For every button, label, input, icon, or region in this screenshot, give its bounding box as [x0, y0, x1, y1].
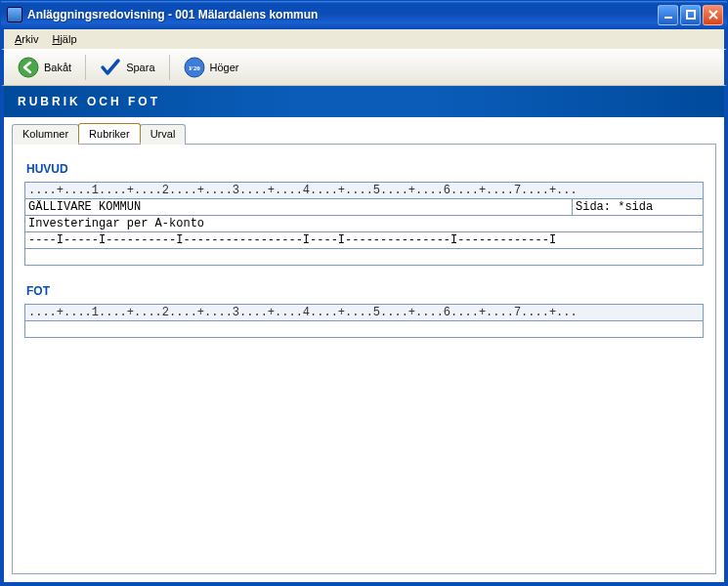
banner-title: RUBRIK OCH FOT — [18, 95, 160, 108]
back-icon — [18, 57, 39, 78]
next-label: Höger — [210, 62, 239, 73]
huvud-row-0-right[interactable] — [572, 198, 704, 216]
tab-rubriker[interactable]: Rubriker — [78, 123, 141, 144]
menubar: Arkiv Hjälp — [1, 29, 727, 49]
menu-arkiv[interactable]: Arkiv — [8, 31, 45, 47]
app-window: Anläggningsredovisning - 001 Mälardalens… — [0, 0, 728, 586]
window-title: Anläggningsredovisning - 001 Mälardalens… — [27, 8, 658, 21]
window-controls — [658, 5, 723, 25]
f20-icon: F20 — [184, 57, 205, 78]
svg-rect-1 — [687, 11, 695, 19]
next-button[interactable]: F20 Höger — [176, 54, 247, 81]
checkmark-icon — [100, 57, 121, 78]
toolbar-separator — [169, 55, 170, 80]
menu-hjalp[interactable]: Hjälp — [45, 31, 83, 47]
huvud-ruler: ....+....1....+....2....+....3....+....4… — [24, 182, 704, 199]
back-button[interactable]: Bakåt — [10, 54, 79, 81]
tab-strip: Kolumner Rubriker Urval — [4, 117, 724, 144]
fot-row-0[interactable] — [24, 320, 704, 338]
minimize-icon — [663, 9, 674, 21]
huvud-title: HUVUD — [26, 162, 704, 176]
app-icon — [7, 7, 22, 22]
titlebar: Anläggningsredovisning - 001 Mälardalens… — [1, 1, 727, 29]
huvud-row-0 — [24, 198, 704, 215]
save-label: Spara — [126, 62, 154, 73]
page-banner: RUBRIK OCH FOT — [1, 86, 727, 117]
huvud-row-1[interactable] — [24, 215, 704, 232]
fot-group: FOT ....+....1....+....2....+....3....+.… — [24, 284, 704, 337]
back-label: Bakåt — [44, 62, 71, 73]
minimize-button[interactable] — [658, 5, 678, 25]
svg-point-2 — [19, 58, 38, 77]
toolbar: Bakåt Spara F20 Höger — [1, 49, 727, 86]
huvud-row-0-left[interactable] — [24, 198, 572, 216]
save-button[interactable]: Spara — [92, 54, 162, 81]
huvud-group: HUVUD ....+....1....+....2....+....3....… — [24, 162, 704, 265]
maximize-icon — [685, 9, 697, 21]
toolbar-separator — [85, 55, 86, 80]
huvud-row-3[interactable] — [24, 248, 704, 266]
maximize-button[interactable] — [680, 5, 701, 25]
svg-rect-0 — [664, 17, 672, 19]
fot-ruler: ....+....1....+....2....+....3....+....4… — [24, 304, 704, 321]
close-button[interactable] — [703, 5, 723, 25]
tab-kolumner[interactable]: Kolumner — [12, 124, 79, 145]
fot-title: FOT — [26, 284, 704, 298]
tab-urval[interactable]: Urval — [140, 124, 187, 145]
close-icon — [707, 9, 719, 21]
svg-text:F20: F20 — [189, 64, 200, 72]
main-area: Kolumner Rubriker Urval HUVUD ....+....1… — [1, 117, 727, 585]
tab-panel: HUVUD ....+....1....+....2....+....3....… — [12, 144, 716, 574]
huvud-row-2[interactable] — [24, 231, 704, 249]
